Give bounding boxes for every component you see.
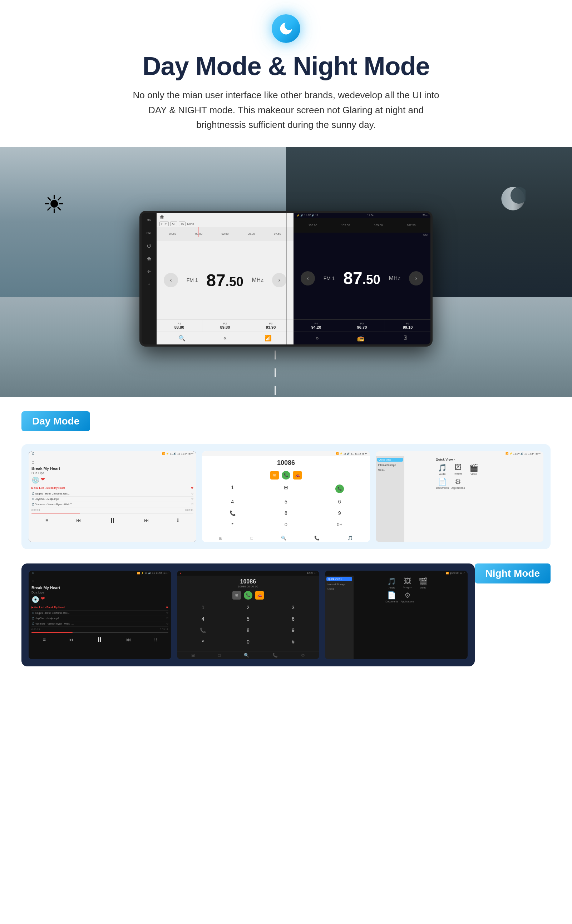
preset-p1[interactable]: P188.80 (157, 320, 202, 332)
sidebar-power[interactable] (145, 242, 153, 250)
folder-video-day[interactable]: 🎬Video (467, 464, 480, 475)
song-row-4-night[interactable]: 🎵 Vocmore - Vernon Ryan - Walk T... ♡ (31, 622, 168, 627)
usb1-night[interactable]: USB1 (326, 587, 352, 591)
search-icon-day[interactable]: 🔍 (179, 335, 185, 342)
key-0[interactable]: 0 (260, 519, 312, 530)
dialer-icon-4-night[interactable]: 📞 (272, 653, 278, 658)
play-pause-day[interactable]: ⏸ (109, 516, 116, 524)
dialer-icon-4[interactable]: 📞 (314, 536, 320, 541)
key-2-night[interactable]: 2 (226, 602, 270, 612)
key-hash[interactable]: 0+ (314, 519, 366, 530)
key-7-night[interactable]: 📞 (181, 625, 225, 635)
podcast-icon-night[interactable]: 📻 (357, 335, 364, 342)
dialer-icon-5[interactable]: 🎵 (348, 536, 353, 541)
sidebar-home[interactable] (145, 254, 153, 263)
quick-view-btn-night[interactable]: Quick View › (326, 577, 352, 581)
song-row-4-day[interactable]: 🎵 Vocmore - Vernon Ryan - Walk T... ♡ (31, 502, 193, 507)
song-row-3-night[interactable]: 🎵 JayChou - Mojia.mp3 ♡ (31, 616, 168, 622)
song-row-1-night[interactable]: ▶ You Lied - Break My Heart ❤ (31, 605, 168, 611)
preset-p4[interactable]: P494.20 (294, 320, 339, 332)
key-6-night[interactable]: 6 (271, 614, 315, 624)
eq-btn-night[interactable]: ⁞⁞ (154, 637, 157, 642)
folder-audio-day[interactable]: 🎵Audio (436, 464, 449, 475)
key-4-night[interactable]: 4 (181, 614, 225, 624)
signal-icon-day[interactable]: 📶 (264, 335, 272, 342)
dialer-icon-2-night[interactable]: □ (218, 653, 221, 658)
key-2[interactable]: ⊞ (260, 482, 312, 495)
key-3-night[interactable]: 3 (271, 602, 315, 612)
folder-images-night[interactable]: 🖼Images (401, 577, 414, 589)
folder-images-day[interactable]: 🖼Images (451, 464, 465, 475)
header-section: Day Mode & Night Mode No only the mian u… (0, 0, 572, 140)
folder-docs-day[interactable]: 📄Documents (436, 478, 449, 489)
sidebar-back[interactable] (145, 267, 153, 276)
prev-btn-night[interactable]: ‹ (301, 271, 315, 285)
pty-btn[interactable]: PTY (159, 222, 169, 226)
eq-icon-night[interactable]: 🎚 (403, 335, 408, 342)
dial-call-btn-night[interactable]: 📞 (244, 591, 252, 600)
prev-track-night[interactable]: ⏮ (68, 637, 74, 642)
key-3-day[interactable]: 📞 (314, 482, 366, 495)
dialer-icon-1-night[interactable]: ⊞ (191, 653, 195, 658)
dial-car-btn-night[interactable]: 🚗 (255, 591, 264, 600)
key-8[interactable]: 8 (260, 508, 312, 518)
prev-track-day[interactable]: ⏮ (76, 517, 81, 523)
key-5[interactable]: 5 (260, 497, 312, 507)
key-4[interactable]: 4 (206, 497, 258, 507)
preset-p6[interactable]: P699.10 (385, 320, 431, 332)
preset-p2[interactable]: P289.80 (202, 320, 248, 332)
key-7[interactable]: 📞 (206, 508, 258, 518)
key-9[interactable]: 9 (314, 508, 366, 518)
usb1-day[interactable]: USB1 (377, 467, 403, 472)
dialer-icon-5-night[interactable]: ⚙ (301, 653, 305, 658)
progress-fill-day (31, 513, 80, 513)
key-8-night[interactable]: 8 (226, 625, 270, 635)
folder-apps-day[interactable]: ⚙Applications (451, 478, 465, 489)
key-5-night[interactable]: 5 (226, 614, 270, 624)
folder-audio-night[interactable]: 🎵Audio (385, 577, 399, 589)
quick-view-btn-day[interactable]: Quick View (377, 458, 403, 462)
ta-btn[interactable]: TA (179, 222, 186, 226)
key-1[interactable]: 1 (206, 482, 258, 495)
sidebar-vol-up[interactable]: + (145, 280, 153, 289)
key-6[interactable]: 6 (314, 497, 366, 507)
dial-grid-btn[interactable]: ⊞ (270, 471, 279, 479)
dial-call-btn-day[interactable]: 📞 (282, 471, 290, 479)
dial-grid-btn-night[interactable]: ⊞ (232, 591, 241, 600)
song-row-2-night[interactable]: 🎵 Eagles - Hotel California Rec... ♡ (31, 611, 168, 616)
next-btn-day[interactable]: › (272, 273, 286, 287)
dialer-icon-3-night[interactable]: 🔍 (244, 653, 249, 658)
sidebar-vol-down[interactable]: − (145, 293, 153, 302)
prev-btn-day[interactable]: ‹ (164, 273, 178, 287)
dialer-icon-1[interactable]: ⊞ (219, 536, 222, 541)
next-track-night[interactable]: ⏭ (126, 637, 131, 642)
dialer-icon-3[interactable]: 🔍 (281, 536, 286, 541)
shuffle-btn-night[interactable]: ≡ (43, 637, 46, 642)
eq-btn-day[interactable]: ⁞⁞ (177, 517, 179, 523)
play-pause-night[interactable]: ⏸ (96, 636, 103, 644)
key-9-night[interactable]: 9 (271, 625, 315, 635)
af-btn[interactable]: AF (170, 222, 177, 226)
key-star-night[interactable]: * (181, 637, 225, 647)
song-row-1-day[interactable]: ▶ You Lied - Break My Heart ❤ (31, 485, 193, 491)
key-hash-night[interactable]: # (271, 637, 315, 647)
shuffle-btn-day[interactable]: ≡ (45, 517, 48, 523)
internal-storage-night[interactable]: Internal Storage (326, 582, 352, 587)
preset-p5[interactable]: P596.70 (339, 320, 385, 332)
dial-car-btn[interactable]: 🚗 (293, 471, 302, 479)
next-track-day[interactable]: ⏭ (144, 517, 149, 523)
key-1-night[interactable]: 1 (181, 602, 225, 612)
song-row-2-day[interactable]: 🎵 Eagles - Hotel California Rec... ♡ (31, 491, 193, 497)
key-star[interactable]: * (206, 519, 258, 530)
folder-apps-night[interactable]: ⚙Applications (401, 591, 414, 603)
rewind-icon-day[interactable]: « (224, 335, 227, 342)
internal-storage-day[interactable]: Internal Storage (377, 463, 403, 467)
dialer-icon-2[interactable]: □ (250, 536, 253, 541)
music-screenshot-night: 🎵 📶 ⚡ 11 🔊 11 11:55 ☰ ↩ ⌂ Break My Heart… (29, 571, 171, 659)
folder-video-night[interactable]: 🎬Video (417, 577, 430, 589)
forward-icon-night[interactable]: » (316, 335, 319, 342)
next-btn-night[interactable]: › (409, 271, 423, 285)
folder-docs-night[interactable]: 📄Documents (385, 591, 399, 603)
key-0-night[interactable]: 0 (226, 637, 270, 647)
song-row-3-day[interactable]: 🎵 JayChou - Mojia.mp3 ♡ (31, 497, 193, 502)
